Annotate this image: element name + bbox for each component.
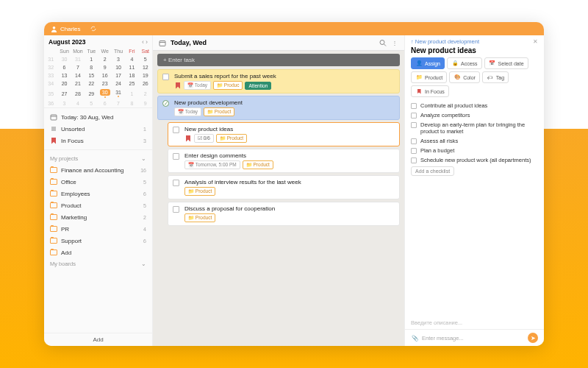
description-input[interactable]: Введите описание... [405,316,544,329]
cal-day[interactable]: 28 [71,88,85,99]
checkbox[interactable] [411,113,417,118]
cal-day[interactable]: 9 [139,99,152,107]
sidebar-project[interactable]: Employees6 [49,188,148,199]
add-checklist-button[interactable]: Add a checklist [411,166,454,176]
more-icon[interactable]: ⋮ [391,39,398,46]
pill-product[interactable]: 📁Product [411,71,447,83]
cal-day[interactable]: 25 [125,79,138,88]
project-chip[interactable]: 📁 Product [184,213,215,222]
task-card[interactable]: New product ideas ☑ 0/6📁 Product [168,122,400,146]
pill-assign[interactable]: 👤Assign [411,57,445,69]
projects-label[interactable]: My projects ⌄ [49,153,148,164]
pill-color[interactable]: 🎨Color [449,71,480,83]
task-card[interactable]: ✓ New product development 📅 Today📁 Produ… [157,96,400,120]
checkbox[interactable] [173,153,179,160]
cal-day[interactable]: 16 [98,71,112,79]
cal-day[interactable]: 6 [98,99,112,107]
date-chip[interactable]: 📅 Today [174,107,201,116]
project-chip[interactable]: 📁 Product [216,134,247,143]
cal-day[interactable]: 26 [139,79,152,88]
cal-day[interactable]: 9 [98,63,112,71]
cal-day[interactable]: 30 [98,88,112,99]
cal-day[interactable]: 6 [57,63,71,71]
sidebar-project[interactable]: Product5 [49,199,148,211]
cal-day[interactable]: 8 [125,99,138,107]
cal-day[interactable]: 5 [85,99,98,107]
sidebar-unsorted[interactable]: Unsorted 1 [49,123,148,135]
checkbox[interactable] [411,158,417,163]
cal-day[interactable]: 1 [125,88,138,99]
project-chip[interactable]: 📁 Produc [213,81,243,90]
cal-day[interactable]: 17 [112,71,125,79]
pill-select date[interactable]: 📅Select date [484,57,528,69]
cal-day[interactable]: 12 [139,63,152,71]
checkbox[interactable] [411,122,417,128]
send-button[interactable]: ➤ [528,333,538,343]
cal-day[interactable]: 1 [85,55,98,63]
sync-icon[interactable] [90,25,97,32]
cal-day[interactable]: 7 [71,63,85,71]
cal-day[interactable]: 3 [57,99,71,107]
date-chip[interactable]: 📅 Tomorrow, 5:00 PM [184,160,240,169]
sidebar-today[interactable]: Today: 30 Aug, Wed [49,111,148,123]
cal-day[interactable]: 2 [98,55,112,63]
sidebar-infocus[interactable]: In Focus 3 [49,135,148,146]
sidebar-project[interactable]: Marketing2 [49,211,148,223]
task-card[interactable]: Discuss a proposal for cooperation 📁 Pro… [168,202,400,226]
sidebar-project[interactable]: Office5 [49,176,148,188]
breadcrumb[interactable]: ↑ New product development [411,38,479,45]
user-badge[interactable]: Charles [50,25,81,32]
sidebar-project[interactable]: Finance and Accounting16 [49,164,148,176]
cal-prev[interactable]: ‹ [142,38,144,46]
project-chip[interactable]: 📁 Product [243,160,273,169]
checklist-item[interactable]: Schedule new product work (all departmen… [411,157,538,163]
cal-day[interactable]: 7 [112,99,125,107]
cal-day[interactable]: 13 [57,71,71,79]
cal-day[interactable]: 24 [112,79,125,88]
message-input[interactable]: Enter message... [422,335,524,342]
cal-day[interactable]: 2 [139,88,152,99]
checklist-item[interactable]: Plan a budget [411,147,538,154]
close-icon[interactable]: ✕ [533,38,538,45]
task-card[interactable]: Enter design comments 📅 Tomorrow, 5:00 P… [168,149,400,173]
cal-day[interactable]: 4 [71,99,85,107]
cal-day[interactable]: 11 [125,63,138,71]
cal-next[interactable]: › [146,38,148,46]
checklist-item[interactable]: Contribute all product ideas [411,102,538,109]
sidebar-project[interactable]: PR4 [49,223,148,235]
cal-day[interactable]: 19 [139,71,152,79]
cal-day[interactable]: 14 [71,71,85,79]
cal-day[interactable]: 31 [71,55,85,63]
pill-tag[interactable]: 🏷Tag [482,71,509,83]
boards-label[interactable]: My boards ⌄ [49,258,148,269]
enter-task-input[interactable]: + Enter task [157,54,400,66]
pill-in focus[interactable]: In Focus [411,85,449,97]
checkbox[interactable] [173,206,179,213]
checkbox[interactable] [173,127,179,133]
cal-day[interactable]: 30 [57,55,71,63]
task-card[interactable]: Submit a sales report for the past week … [157,69,400,93]
sidebar-project[interactable]: Support6 [49,235,148,247]
cal-day[interactable]: 23 [98,79,112,88]
checkbox[interactable] [411,103,417,109]
checklist-item[interactable]: Assess all risks [411,138,538,144]
checkbox[interactable] [411,138,417,144]
pill-access[interactable]: 🔒Access [447,57,482,69]
cal-day[interactable]: 5 [139,55,152,63]
checkbox[interactable] [162,74,169,80]
cal-day[interactable]: 10 [112,63,125,71]
sidebar-add[interactable]: Add [44,333,152,346]
cal-day[interactable]: 29 [85,88,98,99]
date-chip[interactable]: 📅 Today [184,81,211,90]
cal-day[interactable]: 21 [71,79,85,88]
cal-day[interactable]: 20 [57,79,71,88]
cal-day[interactable]: 8 [85,63,98,71]
cal-day[interactable]: 31 [112,88,125,99]
cal-day[interactable]: 22 [85,79,98,88]
checklist-item[interactable]: Develop an early-term plan for bringing … [411,121,538,135]
project-chip[interactable]: 📁 Product [184,187,215,196]
checkbox[interactable] [173,180,179,186]
attach-icon[interactable]: 📎 [411,334,418,342]
checklist-item[interactable]: Analyze competitors [411,112,538,118]
checkbox[interactable] [411,148,417,154]
